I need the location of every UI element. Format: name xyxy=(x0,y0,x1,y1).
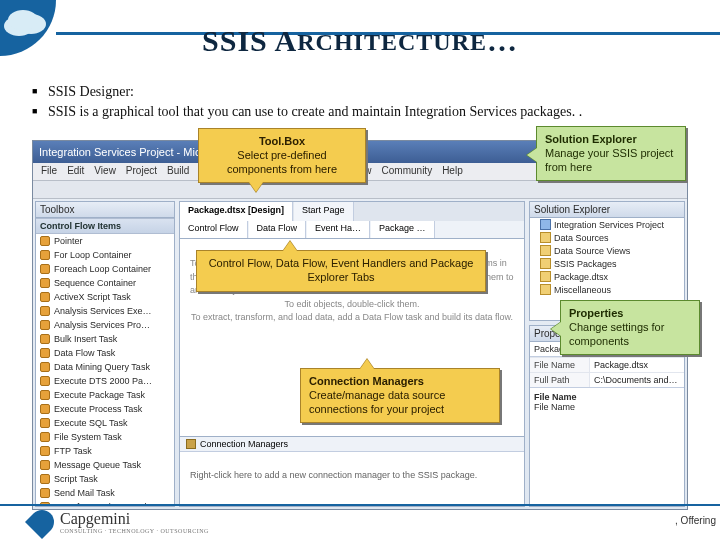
toolbox-item[interactable]: Bulk Insert Task xyxy=(36,332,174,346)
callout-body: Manage your SSIS project from here xyxy=(545,147,673,173)
menu-item[interactable]: File xyxy=(41,165,57,178)
task-icon xyxy=(40,376,50,386)
title-part-smallcaps: RCHITECTURE xyxy=(297,29,487,55)
solution-node[interactable]: Miscellaneous xyxy=(538,283,684,296)
toolbox-item[interactable]: Execute DTS 2000 Pa… xyxy=(36,374,174,388)
solution-root[interactable]: Integration Services Project xyxy=(538,218,684,231)
toolbox-item[interactable]: Foreach Loop Container xyxy=(36,262,174,276)
solution-node[interactable]: Package.dtsx xyxy=(538,270,684,283)
spade-icon xyxy=(25,505,59,539)
designer-tab-package-explorer[interactable]: Package … xyxy=(371,221,435,238)
toolbar[interactable] xyxy=(33,181,687,199)
toolbox-item[interactable]: Execute Package Task xyxy=(36,388,174,402)
callout-body: Select pre-defined components from here xyxy=(227,149,337,175)
callout-solution-explorer: Solution Explorer Manage your SSIS proje… xyxy=(536,126,686,181)
callout-toolbox: Tool.Box Select pre-defined components f… xyxy=(198,128,366,183)
task-icon xyxy=(40,418,50,428)
task-icon xyxy=(40,334,50,344)
task-icon xyxy=(40,432,50,442)
task-icon xyxy=(40,362,50,372)
toolbox-item[interactable]: Execute Process Task xyxy=(36,402,174,416)
toolbox-item[interactable]: Send Mail Task xyxy=(36,486,174,500)
toolbox-title: Toolbox xyxy=(36,202,174,218)
footer-right-text: , Offering xyxy=(675,515,716,526)
document-tab[interactable]: Start Page xyxy=(294,202,354,221)
task-icon xyxy=(40,320,50,330)
solution-node[interactable]: Data Sources xyxy=(538,231,684,244)
toolbox-list: Pointer For Loop Container Foreach Loop … xyxy=(36,234,174,507)
connection-managers-tab[interactable]: Connection Managers xyxy=(200,439,288,449)
properties-footer-label: File Name xyxy=(534,392,680,402)
solution-node[interactable]: SSIS Packages xyxy=(538,257,684,270)
task-icon xyxy=(40,292,50,302)
toolbox-item[interactable]: For Loop Container xyxy=(36,248,174,262)
title-part-main: SSIS A xyxy=(202,24,297,57)
menu-item[interactable]: Help xyxy=(442,165,463,178)
toolbox-item[interactable]: ActiveX Script Task xyxy=(36,290,174,304)
callout-body: Control Flow, Data Flow, Event Handlers … xyxy=(209,257,474,283)
menu-item[interactable]: Project xyxy=(126,165,157,178)
solution-node[interactable]: Data Source Views xyxy=(538,244,684,257)
menu-item[interactable]: Edit xyxy=(67,165,84,178)
slide-title: SSIS ARCHITECTURE… xyxy=(0,24,720,58)
task-icon xyxy=(40,390,50,400)
connection-managers-panel: Connection Managers Right-click here to … xyxy=(179,437,525,507)
property-row[interactable]: Full PathC:\Documents and… xyxy=(530,372,684,387)
callout-body: Change settings for components xyxy=(569,321,664,347)
property-row[interactable]: File NamePackage.dtsx xyxy=(530,357,684,372)
title-part-tail: … xyxy=(487,24,518,57)
toolbox-section[interactable]: Control Flow Items xyxy=(36,218,174,234)
toolbox-item[interactable]: Data Mining Query Task xyxy=(36,360,174,374)
container-icon xyxy=(40,250,50,260)
designer-tab-event-handlers[interactable]: Event Ha… xyxy=(307,221,370,238)
menu-item[interactable]: Build xyxy=(167,165,189,178)
toolbox-item[interactable]: Pointer xyxy=(36,234,174,248)
bullet-item: SSIS Designer: xyxy=(32,84,700,100)
footer-brand: Capgemini CONSULTING · TECHNOLOGY · OUTS… xyxy=(30,510,209,534)
link-icon xyxy=(186,439,196,449)
toolbox-item[interactable]: Script Task xyxy=(36,472,174,486)
toolbox-item[interactable]: Message Queue Task xyxy=(36,458,174,472)
designer-tab-data-flow[interactable]: Data Flow xyxy=(249,221,307,238)
solution-explorer-title: Solution Explorer xyxy=(530,202,684,218)
brand-tagline: CONSULTING · TECHNOLOGY · OUTSOURCING xyxy=(60,528,209,534)
callout-title: Tool.Box xyxy=(207,135,357,149)
properties-footer-desc: File Name xyxy=(534,402,680,412)
task-icon xyxy=(40,446,50,456)
callout-tabs: Control Flow, Data Flow, Event Handlers … xyxy=(196,250,486,292)
designer-tab-control-flow[interactable]: Control Flow xyxy=(180,221,248,238)
slide-bullets: SSIS Designer: SSIS is a graphical tool … xyxy=(32,80,700,124)
task-icon xyxy=(40,306,50,316)
task-icon xyxy=(40,460,50,470)
callout-title: Connection Managers xyxy=(309,375,491,389)
design-hint: To edit objects, double-click them. xyxy=(190,298,514,312)
document-tab[interactable]: Package.dtsx [Design] xyxy=(180,202,293,221)
toolbox-item[interactable]: Sequence Container xyxy=(36,276,174,290)
toolbox-item[interactable]: File System Task xyxy=(36,430,174,444)
task-icon xyxy=(40,488,50,498)
designer-center: Package.dtsx [Design] Start Page Control… xyxy=(179,201,525,507)
connection-managers-hint: Right-click here to add a new connection… xyxy=(180,452,524,498)
properties-grid: File NamePackage.dtsx Full PathC:\Docume… xyxy=(530,357,684,387)
bullet-item: SSIS is a graphical tool that you can us… xyxy=(32,104,700,120)
container-icon xyxy=(40,278,50,288)
callout-title: Solution Explorer xyxy=(545,133,677,147)
toolbox-item[interactable]: Analysis Services Pro… xyxy=(36,318,174,332)
toolbox-item[interactable]: Execute SQL Task xyxy=(36,416,174,430)
toolbox-item[interactable]: Data Flow Task xyxy=(36,346,174,360)
design-hint: To extract, transform, and load data, ad… xyxy=(190,311,514,325)
toolbox-pane: Toolbox Control Flow Items Pointer For L… xyxy=(35,201,175,507)
pointer-icon xyxy=(40,236,50,246)
callout-connections: Connection Managers Create/manage data s… xyxy=(300,368,500,423)
task-icon xyxy=(40,474,50,484)
toolbox-item[interactable]: FTP Task xyxy=(36,444,174,458)
footer-rule xyxy=(0,504,720,506)
designer-tabs: Control Flow Data Flow Event Ha… Package… xyxy=(179,221,525,239)
callout-title: Properties xyxy=(569,307,691,321)
document-tabs: Package.dtsx [Design] Start Page xyxy=(179,201,525,221)
toolbox-item[interactable]: Analysis Services Exe… xyxy=(36,304,174,318)
menu-item[interactable]: View xyxy=(94,165,116,178)
container-icon xyxy=(40,264,50,274)
task-icon xyxy=(40,348,50,358)
menu-item[interactable]: Community xyxy=(382,165,433,178)
